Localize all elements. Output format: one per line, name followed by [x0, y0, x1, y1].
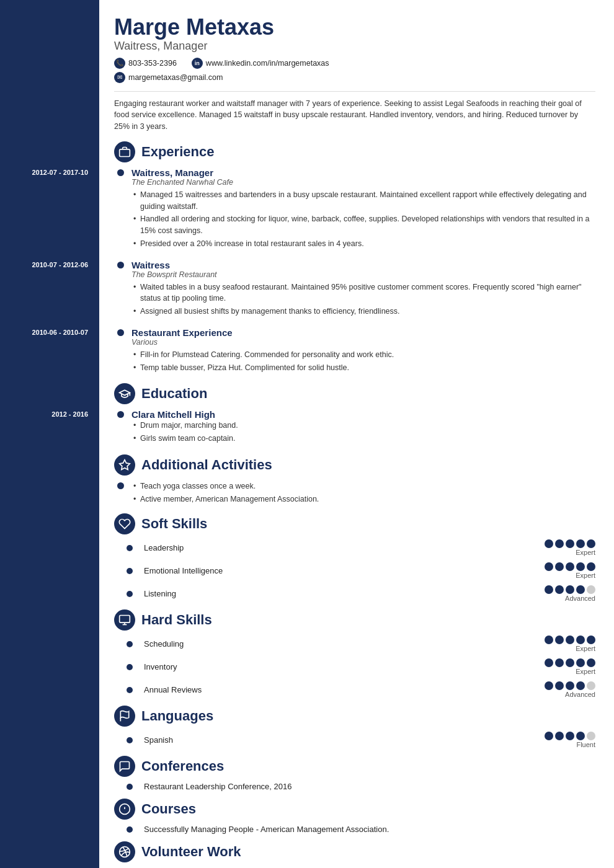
skill-name-scheduling: Scheduling [139, 639, 540, 649]
skill-name-inventory: Inventory [139, 662, 540, 671]
volunteer-title: Volunteer Work [141, 844, 241, 860]
exp-content-3: Restaurant Experience Various Fill-in fo… [127, 327, 595, 375]
hard-skills-section: Hard Skills Scheduling Expert [114, 609, 595, 698]
hard-skills-title: Hard Skills [141, 612, 212, 628]
header: Marge Metaxas Waitress, Manager 📞 803-35… [114, 15, 595, 85]
dot1 [545, 539, 553, 548]
additional-item: Teach yoga classes once a week. Active m… [114, 480, 595, 507]
phone-text: 803-353-2396 [128, 59, 177, 68]
language-level-spanish: Fluent [576, 741, 595, 748]
conferences-header: Conferences [114, 756, 595, 777]
skill-rating-listening: Advanced [540, 585, 595, 602]
exp-date-1: 2012-07 - 2017-10 [0, 169, 94, 176]
exp-bullets-3: Fill-in for Plumstead Catering. Commende… [131, 349, 595, 374]
skill-level-leadership: Expert [576, 549, 595, 556]
exp-jobtitle-2: Waitress [131, 260, 595, 270]
exp-item-2: 2010-07 - 2012-06 Waitress The Bowsprit … [114, 260, 595, 319]
languages-title: Languages [141, 708, 213, 724]
linkedin-contact: in www.linkedin.com/in/margemetaxas [192, 58, 329, 69]
candidate-title: Waitress, Manager [114, 40, 595, 53]
exp-dot-1 [117, 169, 124, 176]
exp-bullet-3-0: Fill-in for Plumstead Catering. Commende… [131, 349, 595, 361]
skill-level-listening: Advanced [565, 595, 595, 602]
conference-text-1: Restaurant Leadership Conference, 2016 [139, 782, 595, 791]
volunteer-icon [114, 841, 135, 862]
additional-title: Additional Activities [141, 457, 272, 473]
exp-bullets-1: Managed 15 waitresses and bartenders in … [131, 189, 595, 250]
conferences-section: Conferences Restaurant Leadership Confer… [114, 756, 595, 791]
contact-info: 📞 803-353-2396 in www.linkedin.com/in/ma… [114, 58, 595, 71]
additional-dot [117, 482, 124, 489]
exp-bullet-1-0: Managed 15 waitresses and bartenders in … [131, 189, 595, 213]
languages-section: Languages Spanish Fluent [114, 706, 595, 748]
courses-header: Courses [114, 799, 595, 820]
summary-text: Engaging restaurant worker and waitstaff… [114, 91, 595, 133]
skill-emotional: Emotional Intelligence Expert [114, 562, 595, 579]
education-icon [114, 383, 135, 404]
exp-dot-3 [117, 329, 124, 336]
svg-rect-0 [120, 149, 130, 157]
edu-bullets-1: Drum major, marching band. Girls swim te… [131, 420, 595, 445]
exp-item-3: 2010-06 - 2010-07 Restaurant Experience … [114, 327, 595, 375]
education-header: Education [114, 383, 595, 404]
phone-contact: 📞 803-353-2396 [114, 58, 177, 69]
skill-leadership: Leadership Expert [114, 539, 595, 556]
soft-skills-title: Soft Skills [141, 516, 207, 532]
courses-title: Courses [141, 801, 196, 817]
conference-item-1: Restaurant Leadership Conference, 2016 [114, 782, 595, 791]
skill-annual-reviews: Annual Reviews Advanced [114, 681, 595, 698]
main-content: Marge Metaxas Waitress, Manager 📞 803-35… [99, 0, 614, 868]
skill-name-annual-reviews: Annual Reviews [139, 685, 540, 694]
additional-content: Teach yoga classes once a week. Active m… [127, 480, 595, 507]
education-title: Education [141, 386, 207, 402]
language-rating-spanish: Fluent [540, 732, 595, 748]
additional-bullet-1: Active member, American Management Assoc… [131, 494, 595, 505]
exp-dot-2 [117, 262, 124, 268]
hard-skills-header: Hard Skills [114, 609, 595, 631]
edu-content-1: Clara Mitchell High Drum major, marching… [127, 409, 595, 446]
soft-skills-header: Soft Skills [114, 513, 595, 534]
skill-rating-annual-reviews: Advanced [540, 681, 595, 698]
edu-date-1: 2012 - 2016 [0, 410, 94, 418]
volunteer-section: Volunteer Work Assist with organizing lo… [114, 841, 595, 868]
languages-header: Languages [114, 706, 595, 727]
exp-bullets-2: Waited tables in a busy seafood restaura… [131, 281, 595, 317]
soft-skills-section: Soft Skills Leadership Expert [114, 513, 595, 602]
dot3 [566, 539, 574, 548]
email-text: margemetaxas@gmail.com [128, 73, 223, 82]
skill-rating-inventory: Expert [540, 658, 595, 675]
exp-date-3: 2010-06 - 2010-07 [0, 329, 94, 336]
courses-section: Courses Successfully Managing People - A… [114, 799, 595, 834]
skill-rating-scheduling: Expert [540, 636, 595, 652]
skill-dot-listening [127, 591, 133, 597]
linkedin-text: www.linkedin.com/in/margemetaxas [206, 59, 329, 68]
edu-bullet-1-0: Drum major, marching band. [131, 420, 595, 432]
skill-dot-emotional [127, 568, 133, 574]
exp-item-1: 2012-07 - 2017-10 Waitress, Manager The … [114, 167, 595, 251]
dot2 [555, 539, 564, 548]
edu-school-1: Clara Mitchell High [131, 409, 595, 420]
additional-icon [114, 454, 135, 476]
exp-company-1: The Enchanted Narwhal Cafe [131, 178, 595, 187]
exp-bullet-2-0: Waited tables in a busy seafood restaura… [131, 281, 595, 305]
email-contact: ✉ margemetaxas@gmail.com [114, 72, 223, 83]
svg-rect-2 [120, 616, 130, 623]
course-text-1: Successfully Managing People - American … [139, 825, 595, 834]
additional-section: Additional Activities Teach yoga classes… [114, 454, 595, 507]
experience-section: Experience 2012-07 - 2017-10 Waitress, M… [114, 141, 595, 375]
skill-level-emotional: Expert [576, 572, 595, 579]
skill-scheduling: Scheduling Expert [114, 636, 595, 652]
edu-item-1: 2012 - 2016 Clara Mitchell High Drum maj… [114, 409, 595, 446]
exp-jobtitle-3: Restaurant Experience [131, 327, 595, 338]
exp-bullet-1-1: Handled all ordering and stocking for li… [131, 213, 595, 237]
volunteer-header: Volunteer Work [114, 841, 595, 862]
skill-level-scheduling: Expert [576, 645, 595, 652]
exp-bullet-1-2: Presided over a 20% increase in total re… [131, 238, 595, 250]
experience-icon [114, 141, 135, 162]
skill-rating-leadership: Expert [540, 539, 595, 556]
email-row: ✉ margemetaxas@gmail.com [114, 72, 595, 85]
experience-header: Experience [114, 141, 595, 162]
dot4 [576, 539, 585, 548]
course-item-1: Successfully Managing People - American … [114, 825, 595, 834]
exp-bullet-3-1: Temp table busser, Pizza Hut. Compliment… [131, 362, 595, 374]
